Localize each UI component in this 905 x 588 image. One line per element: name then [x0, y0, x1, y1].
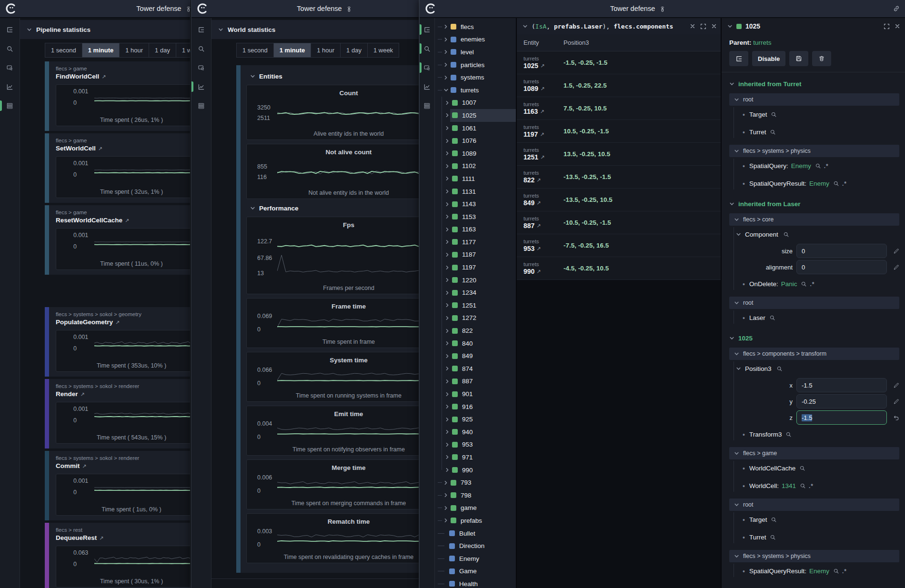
- titlebar[interactable]: Tower defense: [0, 0, 190, 18]
- component-item-Target[interactable]: •Target: [743, 106, 899, 123]
- clear-query-icon[interactable]: [690, 23, 695, 29]
- external-link-icon[interactable]: ↗: [540, 131, 544, 138]
- external-link-icon[interactable]: ↗: [115, 318, 120, 327]
- component-value-link[interactable]: Enemy: [809, 568, 829, 575]
- tree-item-1234[interactable]: 1234: [435, 286, 516, 299]
- sidebar-pipeline-statistics-button[interactable]: [191, 96, 211, 115]
- chevron-right-icon[interactable]: [444, 442, 450, 447]
- world-statistics-panel-header[interactable]: World statistics: [211, 20, 419, 39]
- external-link-icon[interactable]: ↗: [101, 72, 106, 81]
- tree-item-Direction[interactable]: Direction: [435, 539, 516, 552]
- sidebar-pipeline-statistics-button[interactable]: [420, 96, 434, 115]
- field-input-size[interactable]: 0: [796, 244, 887, 258]
- external-link-icon[interactable]: ↗: [540, 86, 544, 92]
- external-link-icon[interactable]: ↗: [82, 461, 86, 471]
- sidebar-entity-tree-button[interactable]: [191, 20, 211, 39]
- tab-1-week[interactable]: 1 week: [176, 43, 190, 57]
- chevron-right-icon[interactable]: [444, 379, 450, 384]
- component-scope-bar[interactable]: flecs > components > transform: [729, 348, 899, 360]
- tab-1-hour[interactable]: 1 hour: [311, 43, 341, 57]
- component-scope-bar[interactable]: root: [729, 297, 899, 309]
- sidebar-statistics-button[interactable]: [0, 77, 20, 96]
- edit-icon[interactable]: [887, 248, 899, 254]
- chevron-right-icon[interactable]: [444, 404, 450, 409]
- tree-item-game[interactable]: game: [435, 502, 516, 515]
- tree-item-Enemy[interactable]: Enemy: [435, 552, 516, 565]
- tree-item-particles[interactable]: particles: [435, 59, 516, 71]
- component-item-SpatialQueryResult[interactable]: •SpatialQueryResult:Enemy.*: [743, 175, 899, 192]
- tree-item-Bullet[interactable]: Bullet: [435, 527, 516, 540]
- query-result-row[interactable]: turrets1251↗13.5, -0.25, 10.5: [517, 143, 721, 166]
- tree-item-Game[interactable]: Game: [435, 565, 516, 578]
- query-result-row[interactable]: turrets1163↗7.5, -0.25, 10.5: [517, 97, 721, 120]
- component-item-SpatialQuery[interactable]: •SpatialQuery:Enemy.*: [743, 157, 899, 175]
- tab-1-minute[interactable]: 1 minute: [274, 43, 311, 57]
- external-link-icon[interactable]: ↗: [536, 200, 541, 207]
- search-icon[interactable]: [776, 366, 783, 372]
- tree-item-1111[interactable]: 1111: [435, 172, 516, 185]
- component-scope-bar[interactable]: flecs > systems > physics: [729, 550, 899, 562]
- external-link-icon[interactable]: ↗: [125, 216, 129, 225]
- chevron-right-icon[interactable]: [444, 278, 450, 282]
- chevron-right-icon[interactable]: [444, 455, 450, 459]
- edit-icon[interactable]: [887, 382, 899, 389]
- pipeline-statistics-panel-header[interactable]: Pipeline statistics: [20, 20, 190, 39]
- component-item-OnDelete[interactable]: •OnDelete:Panic.*: [743, 275, 899, 293]
- tree-item-793[interactable]: 793: [435, 476, 516, 489]
- search-icon[interactable]: [770, 129, 776, 135]
- tab-1-week[interactable]: 1 week: [368, 43, 399, 57]
- tab-1-day[interactable]: 1 day: [341, 43, 368, 57]
- chevron-right-icon[interactable]: [444, 151, 450, 156]
- tab-1-minute[interactable]: 1 minute: [82, 43, 120, 57]
- tree-item-887[interactable]: 887: [435, 375, 516, 388]
- field-input-y[interactable]: -0.25: [796, 394, 887, 409]
- query-result-row[interactable]: turrets849↗-13.5, -0.25, 10.5: [517, 189, 721, 211]
- search-icon[interactable]: [785, 431, 792, 438]
- parent-link[interactable]: turrets: [753, 39, 771, 46]
- chevron-right-icon[interactable]: [444, 126, 450, 130]
- sidebar-query-button[interactable]: [191, 39, 211, 58]
- component-scope-bar[interactable]: flecs > game: [729, 447, 899, 459]
- tree-item-901[interactable]: 901: [435, 388, 516, 400]
- chevron-right-icon[interactable]: [443, 24, 449, 29]
- chevron-right-icon[interactable]: [444, 214, 450, 219]
- chevron-right-icon[interactable]: [444, 113, 450, 118]
- tree-item-1163[interactable]: 1163: [435, 223, 516, 236]
- query-result-row[interactable]: turrets1089↗1.5, -0.25, 22.5: [517, 74, 721, 97]
- tree-item-systems[interactable]: systems: [435, 71, 516, 84]
- tree-item-1089[interactable]: 1089: [435, 147, 516, 160]
- query-result-row[interactable]: turrets822↗-13.5, -0.25, -1.5: [517, 166, 721, 189]
- wildcard-pair-icon[interactable]: .*: [809, 483, 814, 489]
- tree-item-1177[interactable]: 1177: [435, 236, 516, 249]
- tab-1-second[interactable]: 1 second: [45, 43, 82, 57]
- external-link-icon[interactable]: ↗: [540, 109, 544, 115]
- component-item-WorldCell[interactable]: •WorldCell:1341.*: [743, 477, 899, 495]
- chevron-right-icon[interactable]: [444, 468, 450, 472]
- chevron-right-icon[interactable]: [444, 139, 450, 143]
- edit-icon[interactable]: [887, 399, 899, 405]
- tree-item-1131[interactable]: 1131: [435, 185, 516, 198]
- chevron-right-icon[interactable]: [443, 518, 449, 523]
- component-value-link[interactable]: Enemy: [791, 162, 811, 169]
- tree-item-1197[interactable]: 1197: [435, 261, 516, 274]
- chevron-right-icon[interactable]: [444, 239, 450, 244]
- query-result-row[interactable]: turrets887↗-10.5, -0.25, -1.5: [517, 211, 721, 234]
- wildcard-pair-icon[interactable]: .*: [824, 163, 829, 169]
- component-item-Target[interactable]: •Target: [743, 511, 899, 528]
- component-scope-bar[interactable]: flecs > core: [729, 213, 899, 226]
- tree-item-enemies[interactable]: enemies: [435, 33, 516, 46]
- tree-item-849[interactable]: 849: [435, 349, 516, 362]
- sidebar-statistics-button[interactable]: [420, 77, 434, 96]
- close-panel-icon[interactable]: [895, 23, 900, 29]
- tree-item-1007[interactable]: 1007: [435, 97, 516, 110]
- tab-1-day[interactable]: 1 day: [149, 43, 176, 57]
- component-item-Transform3[interactable]: •Transform3: [743, 426, 899, 443]
- chevron-right-icon[interactable]: [444, 164, 450, 169]
- chevron-right-icon[interactable]: [444, 316, 450, 320]
- chevron-right-icon[interactable]: [444, 252, 450, 257]
- tree-item-953[interactable]: 953: [435, 439, 516, 451]
- tree-item-971[interactable]: 971: [435, 451, 516, 464]
- tree-item-1187[interactable]: 1187: [435, 249, 516, 261]
- external-link-icon[interactable]: ↗: [540, 154, 544, 161]
- tree-item-1143[interactable]: 1143: [435, 198, 516, 210]
